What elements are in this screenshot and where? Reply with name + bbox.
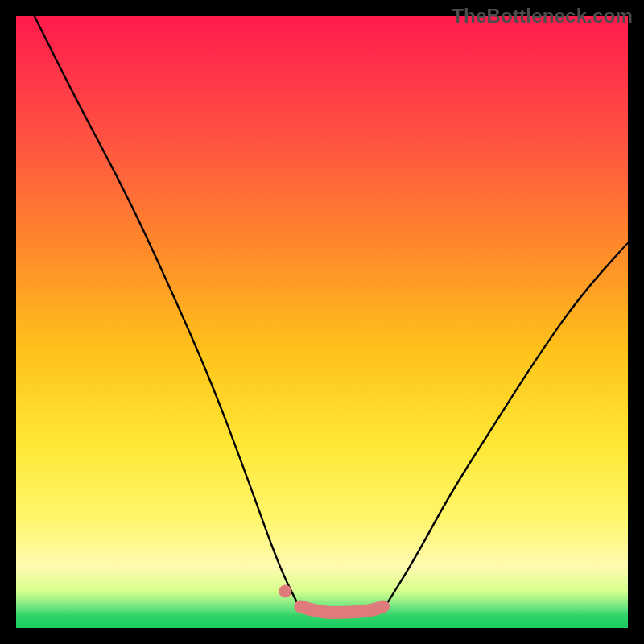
plot-area [16, 16, 628, 628]
watermark-text: TheBottleneck.com [452, 5, 633, 27]
right-branch-curve [383, 242, 628, 609]
bottom-highlight-curve [300, 606, 383, 613]
chart-frame: TheBottleneck.com [0, 0, 644, 644]
link-dot-left [279, 584, 291, 597]
left-branch-curve [35, 16, 301, 609]
curve-layer [16, 16, 628, 628]
